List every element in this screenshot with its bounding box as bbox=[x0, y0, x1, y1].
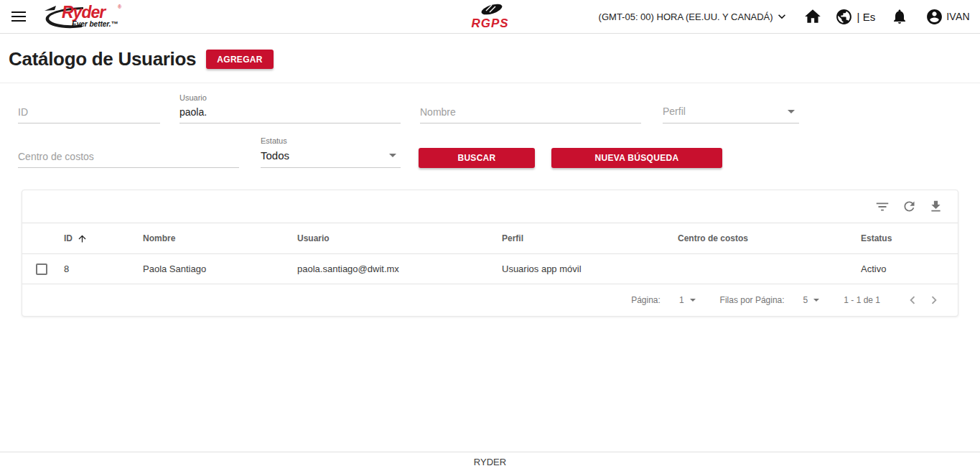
cell-id: 8 bbox=[64, 264, 143, 274]
timezone-label: (GMT-05: 00) HORA (EE.UU. Y CANADÁ) bbox=[599, 11, 773, 22]
previous-page-icon[interactable] bbox=[905, 292, 920, 308]
perfil-field: Perfil bbox=[663, 103, 799, 123]
rows-per-page-label: Filas por Página: bbox=[720, 295, 785, 305]
users-table-card: ID Nombre Usuario Perfil Centro de costo… bbox=[22, 190, 958, 317]
pagination-range: 1 - 1 de 1 bbox=[844, 295, 880, 305]
app-header: Ryder ® Ever better.™ RGPS (GMT-05: 00) … bbox=[0, 0, 980, 34]
nueva-busqueda-button[interactable]: NUEVA BÚSQUEDA bbox=[551, 148, 722, 168]
rgps-logo[interactable]: RGPS bbox=[465, 3, 515, 29]
cell-estatus: Activo bbox=[861, 264, 958, 274]
table-toolbar bbox=[22, 190, 958, 223]
perfil-select[interactable]: Perfil bbox=[663, 103, 799, 123]
caret-down-icon bbox=[690, 299, 696, 302]
page-title: Catálogo de Usuarios bbox=[9, 48, 196, 70]
timezone-select[interactable]: (GMT-05: 00) HORA (EE.UU. Y CANADÁ) bbox=[599, 9, 789, 24]
column-header-centro-costos[interactable]: Centro de costos bbox=[678, 233, 861, 243]
column-header-perfil[interactable]: Perfil bbox=[502, 233, 678, 243]
cell-nombre: Paola Santiago bbox=[143, 264, 297, 274]
add-button[interactable]: AGREGAR bbox=[206, 50, 273, 69]
ryder-tagline: Ever better.™ bbox=[72, 20, 118, 28]
app-footer: RYDER bbox=[0, 452, 980, 471]
caret-down-icon bbox=[389, 154, 396, 157]
user-avatar-icon bbox=[925, 8, 943, 26]
id-field bbox=[18, 103, 160, 123]
column-header-usuario[interactable]: Usuario bbox=[297, 233, 502, 243]
estatus-select-value: Todos bbox=[261, 149, 289, 162]
ryder-reg-mark: ® bbox=[118, 4, 121, 9]
refresh-icon[interactable] bbox=[902, 199, 917, 214]
column-header-id-label: ID bbox=[64, 233, 73, 243]
estatus-field-label: Estatus bbox=[261, 136, 401, 145]
table-pagination: Página: 1 Filas por Página: 5 1 - 1 de 1 bbox=[22, 284, 958, 316]
rgps-logo-text: RGPS bbox=[465, 19, 515, 29]
filters-section: Usuario Perfil Estatus Todos BUSCAR NUEV… bbox=[0, 83, 980, 168]
download-icon[interactable] bbox=[928, 199, 943, 214]
notifications-bell-icon[interactable] bbox=[891, 8, 908, 25]
menu-hamburger-icon[interactable] bbox=[11, 9, 26, 24]
sort-ascending-icon[interactable] bbox=[77, 233, 88, 244]
table-header-row: ID Nombre Usuario Perfil Centro de costo… bbox=[22, 223, 958, 254]
cell-perfil: Usuarios app móvil bbox=[502, 264, 678, 274]
nombre-field bbox=[420, 103, 641, 123]
page-number-value: 1 bbox=[679, 295, 684, 305]
rgps-satellite-icon bbox=[475, 3, 506, 16]
usuario-field: Usuario bbox=[179, 93, 401, 123]
page-title-row: Catálogo de Usuarios AGREGAR bbox=[0, 34, 980, 70]
column-header-nombre[interactable]: Nombre bbox=[143, 233, 297, 243]
usuario-field-label: Usuario bbox=[179, 93, 401, 102]
language-globe-icon[interactable] bbox=[835, 8, 853, 26]
chevron-down-icon bbox=[775, 9, 789, 24]
ryder-logo[interactable]: Ryder ® Ever better.™ bbox=[43, 2, 131, 31]
estatus-select[interactable]: Todos bbox=[261, 146, 401, 168]
header-right-group: (GMT-05: 00) HORA (EE.UU. Y CANADÁ) | Es… bbox=[599, 7, 970, 26]
column-header-estatus[interactable]: Estatus bbox=[861, 233, 958, 243]
row-checkbox[interactable] bbox=[36, 264, 47, 275]
rows-per-page-select[interactable]: 5 bbox=[803, 295, 823, 305]
language-label[interactable]: | Es bbox=[857, 11, 876, 23]
centro-costos-input[interactable] bbox=[18, 148, 239, 168]
caret-down-icon bbox=[813, 299, 819, 302]
nombre-input[interactable] bbox=[420, 103, 641, 123]
estatus-field: Estatus Todos bbox=[261, 136, 401, 168]
username-label: IVAN bbox=[946, 11, 970, 22]
table-row[interactable]: 8 Paola Santiago paola.santiago@dwit.mx … bbox=[22, 254, 958, 284]
usuario-input[interactable] bbox=[179, 103, 401, 123]
id-input[interactable] bbox=[18, 103, 160, 123]
filter-list-icon[interactable] bbox=[874, 199, 890, 215]
rows-per-page-value: 5 bbox=[803, 295, 808, 305]
column-header-id[interactable]: ID bbox=[64, 233, 143, 244]
caret-down-icon bbox=[788, 110, 795, 113]
ryder-logo-text: Ryder bbox=[62, 3, 105, 22]
page-number-select[interactable]: 1 bbox=[679, 295, 699, 305]
centro-costos-field bbox=[18, 148, 239, 168]
user-menu[interactable]: IVAN bbox=[925, 8, 970, 26]
next-page-icon[interactable] bbox=[926, 292, 942, 308]
perfil-select-placeholder: Perfil bbox=[663, 106, 686, 117]
cell-usuario: paola.santiago@dwit.mx bbox=[297, 264, 502, 274]
page-label: Página: bbox=[631, 295, 661, 305]
buscar-button[interactable]: BUSCAR bbox=[419, 148, 535, 168]
footer-text: RYDER bbox=[474, 457, 506, 467]
home-icon[interactable] bbox=[803, 7, 822, 26]
